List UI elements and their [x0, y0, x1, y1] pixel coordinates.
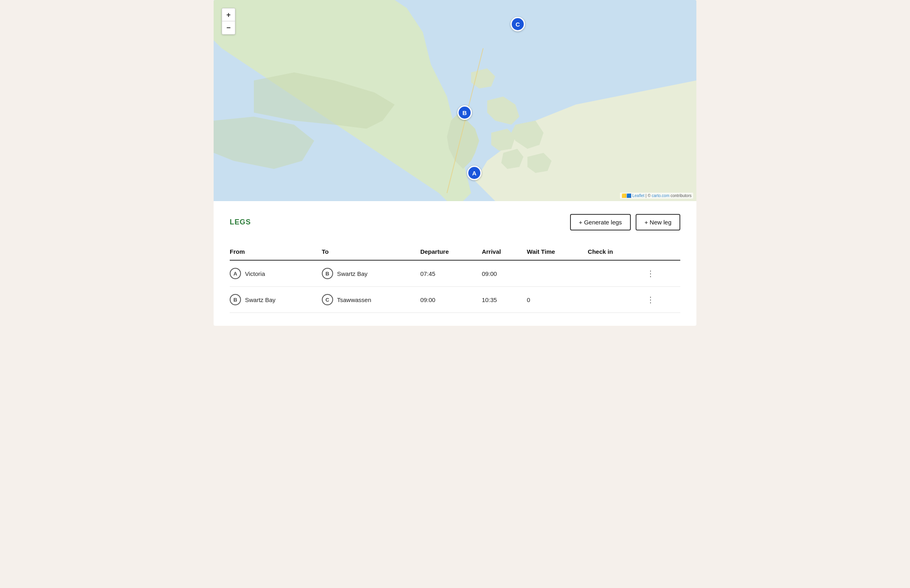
from-cell: B Swartz Bay: [230, 287, 322, 313]
arrival-cell: 10:35: [482, 287, 527, 313]
to-name: Swartz Bay: [337, 270, 368, 277]
departure-cell: 07:45: [420, 260, 482, 287]
to-name: Tsawwassen: [337, 296, 371, 303]
col-wait-time: Wait Time: [527, 243, 588, 260]
map-container: A B C + − 🟨🟦 Leaflet | © carto.com contr…: [214, 0, 696, 201]
row-menu-cell: ⋮: [643, 287, 680, 313]
to-cell: C Tsawwassen: [322, 287, 420, 313]
from-name: Swartz Bay: [245, 296, 276, 303]
generate-legs-button[interactable]: + Generate legs: [570, 214, 631, 230]
col-to: To: [322, 243, 420, 260]
departure-cell: 09:00: [420, 287, 482, 313]
marker-a[interactable]: A: [467, 166, 482, 180]
check-in-cell: [588, 260, 643, 287]
from-badge: B: [230, 294, 241, 305]
from-cell: A Victoria: [230, 260, 322, 287]
col-actions: [643, 243, 680, 260]
map-attribution: 🟨🟦 Leaflet | © carto.com contributors: [620, 193, 693, 199]
legs-title: LEGS: [230, 218, 251, 226]
from-badge: A: [230, 268, 241, 279]
arrival-cell: 09:00: [482, 260, 527, 287]
to-cell: B Swartz Bay: [322, 260, 420, 287]
from-name: Victoria: [245, 270, 265, 277]
carto-link[interactable]: carto.com: [652, 193, 669, 198]
to-badge: C: [322, 294, 333, 305]
table-row: B Swartz Bay C Tsawwassen 09:00 10:35 0 …: [230, 287, 680, 313]
row-menu-cell: ⋮: [643, 260, 680, 287]
new-leg-button[interactable]: + New leg: [636, 214, 680, 230]
table-row: A Victoria B Swartz Bay 07:45 09:00 ⋮: [230, 260, 680, 287]
wait-time-cell: [527, 260, 588, 287]
row-menu-button[interactable]: ⋮: [643, 267, 658, 280]
leaflet-link[interactable]: Leaflet: [632, 193, 644, 198]
row-menu-button[interactable]: ⋮: [643, 294, 658, 306]
legs-table: From To Departure Arrival Wait Time Chec…: [230, 243, 680, 313]
zoom-in-button[interactable]: +: [222, 8, 235, 21]
col-from: From: [230, 243, 322, 260]
check-in-cell: [588, 287, 643, 313]
legs-header: LEGS + Generate legs + New leg: [230, 214, 680, 230]
zoom-out-button[interactable]: −: [222, 21, 235, 34]
legs-section: LEGS + Generate legs + New leg From To D…: [214, 201, 696, 326]
map-controls: + −: [222, 8, 235, 35]
col-arrival: Arrival: [482, 243, 527, 260]
col-check-in: Check in: [588, 243, 643, 260]
marker-c[interactable]: C: [511, 17, 525, 31]
table-header-row: From To Departure Arrival Wait Time Chec…: [230, 243, 680, 260]
legs-actions: + Generate legs + New leg: [570, 214, 680, 230]
to-badge: B: [322, 268, 333, 279]
col-departure: Departure: [420, 243, 482, 260]
marker-b[interactable]: B: [457, 105, 472, 120]
wait-time-cell: 0: [527, 287, 588, 313]
